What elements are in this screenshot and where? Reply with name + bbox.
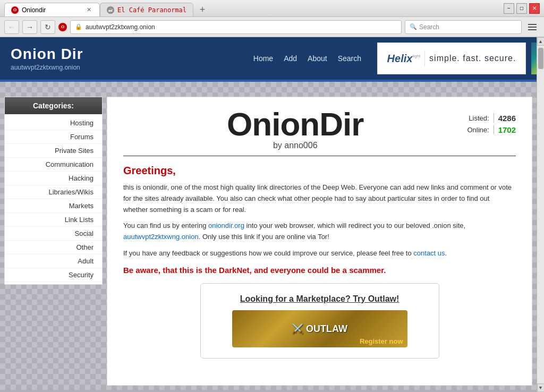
nav-add[interactable]: Add bbox=[284, 54, 297, 63]
close-button[interactable]: ✕ bbox=[529, 3, 540, 14]
sidebar-item-other[interactable]: Other bbox=[5, 241, 102, 254]
stat-divider-2 bbox=[494, 125, 494, 134]
tab-favicon-oniondir: O bbox=[11, 6, 19, 14]
para2-suffix: . Only use this link if you are online v… bbox=[199, 233, 329, 241]
para3-suffix: . bbox=[445, 249, 447, 257]
menu-line-1 bbox=[528, 24, 537, 25]
search-icon: 🔍 bbox=[410, 23, 417, 30]
sidebar-item-libraries[interactable]: Libraries/Wikis bbox=[5, 185, 102, 199]
page-content: Onion Dir auutwvpt2zktxwng.onion Home Ad… bbox=[0, 37, 544, 392]
nav-search[interactable]: Search bbox=[338, 54, 361, 63]
banner-divider bbox=[424, 50, 425, 66]
site-banner[interactable]: Helix light simple. fast. secure. bbox=[377, 42, 526, 74]
link-contact[interactable]: contact us bbox=[413, 249, 445, 257]
site-logo-area: Onion Dir auutwvpt2zktxwng.onion bbox=[0, 40, 237, 76]
search-bar-input[interactable]: 🔍 Search bbox=[405, 20, 522, 34]
tab-cafe[interactable]: ☕ El Café Paranormal bbox=[100, 3, 193, 16]
title-section: OnionDir by anno006 Listed: 4286 bbox=[123, 108, 516, 150]
title-bar: O Oniondir ✕ ☕ El Café Paranormal + − □ … bbox=[0, 0, 544, 17]
marketplace-img-text: ⚔️ OUTLAW bbox=[292, 323, 347, 335]
para3-prefix: If you have any feedback or suggestions … bbox=[123, 249, 413, 257]
sidebar-item-adult[interactable]: Adult bbox=[5, 254, 102, 268]
content-inner: OnionDir by anno006 Listed: 4286 bbox=[107, 97, 532, 369]
link-onion-address[interactable]: auutwvpt2zktxwng.onion bbox=[123, 233, 199, 241]
nav-favicon: O bbox=[58, 23, 67, 31]
checkered-area bbox=[0, 82, 537, 92]
tab-container: O Oniondir ✕ ☕ El Café Paranormal + bbox=[4, 0, 209, 16]
para2-prefix: You can find us by entering bbox=[123, 221, 208, 229]
stats-column: Listed: 4286 Online: 1702 bbox=[467, 108, 516, 137]
tab-label-oniondir: Oniondir bbox=[22, 6, 46, 14]
content-para3: If you have any feedback or suggestions … bbox=[123, 248, 516, 259]
address-text: auutwvpt2zktxwng.onion bbox=[86, 23, 397, 31]
site-title: Onion Dir bbox=[11, 46, 227, 63]
listed-label: Listed: bbox=[469, 114, 489, 122]
sidebar-item-forums[interactable]: Forums bbox=[5, 130, 102, 144]
link-oniondir-org[interactable]: oniondir.org bbox=[208, 221, 244, 229]
content-divider bbox=[123, 156, 516, 156]
search-placeholder: Search bbox=[419, 23, 439, 31]
scroll-thumb[interactable] bbox=[538, 48, 543, 69]
tab-oniondir[interactable]: O Oniondir ✕ bbox=[4, 3, 100, 16]
online-label: Online: bbox=[467, 126, 489, 134]
tab-label-cafe: El Café Paranormal bbox=[117, 6, 186, 14]
warning-text: Be aware, that this is the DarkNet, and … bbox=[123, 266, 516, 275]
browser-menu-button[interactable] bbox=[525, 20, 540, 34]
stat-listed: Listed: 4286 bbox=[467, 113, 516, 123]
new-tab-button[interactable]: + bbox=[196, 3, 209, 16]
scroll-up-button[interactable]: ▲ bbox=[537, 37, 545, 46]
scroll-down-button[interactable]: ▼ bbox=[537, 384, 545, 392]
tab-favicon-cafe: ☕ bbox=[107, 6, 114, 14]
address-bar[interactable]: 🔒 auutwvpt2zktxwng.onion bbox=[70, 20, 402, 34]
oniondir-subtitle: by anno006 bbox=[123, 141, 467, 150]
site-nav: Home Add About Search bbox=[253, 54, 361, 63]
nav-home[interactable]: Home bbox=[253, 54, 273, 63]
sidebar-item-communication[interactable]: Communication bbox=[5, 158, 102, 172]
marketplace-title[interactable]: Looking for a Marketplace? Try Outlaw! bbox=[211, 294, 428, 304]
website: Onion Dir auutwvpt2zktxwng.onion Home Ad… bbox=[0, 37, 537, 392]
marketplace-register[interactable]: Register now bbox=[360, 337, 403, 345]
banner-logo-text: Helix bbox=[387, 53, 413, 65]
sidebar: Categories: Hosting Forums Private Sites… bbox=[4, 97, 103, 285]
sidebar-item-linklists[interactable]: Link Lists bbox=[5, 213, 102, 227]
nav-about[interactable]: About bbox=[308, 54, 327, 63]
sidebar-item-social[interactable]: Social bbox=[5, 227, 102, 241]
stat-online: Online: 1702 bbox=[467, 125, 516, 134]
scroll-track bbox=[537, 46, 544, 384]
minimize-button[interactable]: − bbox=[504, 3, 514, 14]
marketplace-image: ⚔️ OUTLAW Register now bbox=[232, 310, 407, 347]
back-icon: ← bbox=[8, 23, 15, 31]
tab-close-oniondir[interactable]: ✕ bbox=[84, 6, 93, 14]
back-button[interactable]: ← bbox=[4, 20, 19, 34]
sidebar-item-markets[interactable]: Markets bbox=[5, 199, 102, 213]
banner-tagline: simple. fast. secure. bbox=[429, 54, 516, 63]
marketplace-box: Looking for a Marketplace? Try Outlaw! ⚔… bbox=[200, 283, 439, 359]
window-controls: − □ ✕ bbox=[504, 3, 540, 14]
maximize-button[interactable]: □ bbox=[516, 3, 527, 14]
reload-button[interactable]: ↻ bbox=[40, 20, 55, 34]
greetings-heading: Greetings, bbox=[123, 165, 516, 177]
lock-icon: 🔒 bbox=[75, 23, 82, 30]
sidebar-item-security[interactable]: Security bbox=[5, 268, 102, 282]
scrollbar: ▲ ▼ bbox=[537, 37, 544, 392]
browser-window: O Oniondir ✕ ☕ El Café Paranormal + − □ … bbox=[0, 0, 544, 392]
sidebar-header: Categories: bbox=[5, 97, 102, 114]
banner-logo: Helix light bbox=[387, 53, 421, 65]
menu-line-3 bbox=[528, 29, 537, 30]
sidebar-item-hosting[interactable]: Hosting bbox=[5, 116, 102, 130]
forward-button[interactable]: → bbox=[22, 20, 37, 34]
sidebar-item-hacking[interactable]: Hacking bbox=[5, 172, 102, 185]
content-para1: this is oniondir, one of the most high q… bbox=[123, 182, 516, 215]
listed-value: 4286 bbox=[498, 114, 516, 123]
sidebar-item-private[interactable]: Private Sites bbox=[5, 144, 102, 158]
menu-line-2 bbox=[528, 27, 537, 28]
site-header: Onion Dir auutwvpt2zktxwng.onion Home Ad… bbox=[0, 37, 537, 80]
forward-icon: → bbox=[26, 23, 33, 31]
site-url-display: auutwvpt2zktxwng.onion bbox=[11, 64, 227, 71]
reload-icon: ↻ bbox=[45, 23, 51, 31]
para2-mid: into your web browser, which will redire… bbox=[244, 221, 465, 229]
banner-stripe bbox=[531, 42, 537, 74]
online-value: 1702 bbox=[498, 125, 516, 134]
main-layout: Categories: Hosting Forums Private Sites… bbox=[0, 92, 537, 390]
title-column: OnionDir by anno006 bbox=[123, 108, 467, 150]
